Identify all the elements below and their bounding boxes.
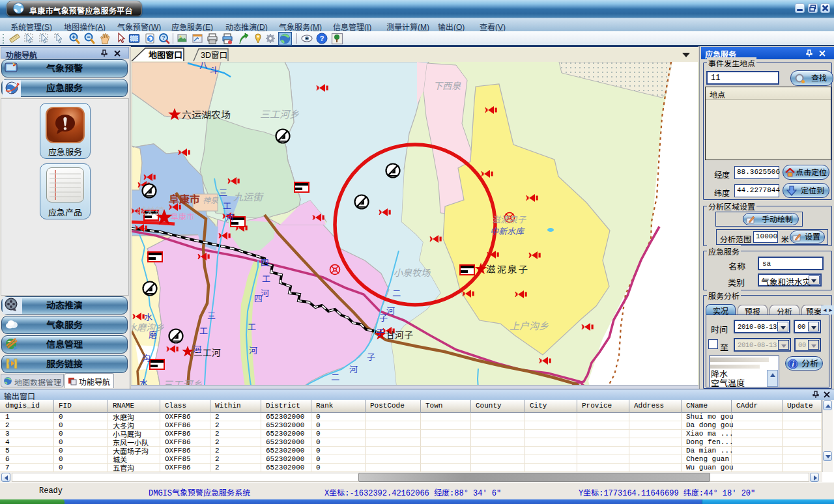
- svg-text:水: 水: [144, 313, 152, 322]
- svg-text:工: 工: [223, 201, 231, 211]
- svg-text:子: 子: [367, 352, 375, 362]
- svg-text:3D窗口: 3D窗口: [201, 51, 227, 60]
- svg-text:河: 河: [349, 365, 358, 374]
- svg-text:?: ?: [162, 35, 165, 41]
- svg-text:河: 河: [225, 213, 234, 223]
- svg-text:地图窗口: 地图窗口: [149, 50, 182, 60]
- svg-text:上户沟乡: 上户沟乡: [510, 320, 549, 331]
- svg-text:城关镇: 城关镇: [136, 206, 164, 216]
- svg-text:小泉牧场: 小泉牧场: [394, 268, 431, 278]
- svg-text:六运湖农场: 六运湖农场: [182, 109, 231, 120]
- svg-text:水磨沟乡: 水磨沟乡: [132, 322, 164, 333]
- svg-text:子: 子: [376, 328, 384, 337]
- svg-text:河: 河: [249, 346, 257, 356]
- svg-text:四: 四: [261, 258, 269, 268]
- svg-text:八: 八: [199, 62, 208, 70]
- svg-text:三: 三: [207, 311, 216, 321]
- svg-text:滋泥泉子: 滋泥泉子: [486, 264, 529, 275]
- svg-text:河: 河: [193, 344, 201, 354]
- svg-text:三: 三: [219, 188, 227, 198]
- svg-text:中新水库: 中新水库: [490, 227, 525, 236]
- svg-text:四: 四: [254, 294, 263, 303]
- svg-text:工: 工: [199, 326, 208, 336]
- svg-text:二: 二: [331, 372, 339, 382]
- svg-text:工: 工: [262, 274, 270, 284]
- svg-text:滋泥泉子: 滋泥泉子: [492, 215, 526, 225]
- svg-text:九运街: 九运街: [233, 191, 265, 203]
- svg-text:二: 二: [392, 288, 401, 298]
- svg-text:阜康市: 阜康市: [171, 212, 194, 221]
- svg-text:阜康市: 阜康市: [169, 193, 200, 205]
- svg-text:神泉: 神泉: [203, 196, 219, 205]
- svg-text:沟: 沟: [142, 354, 151, 363]
- svg-text:三工河乡: 三工河乡: [260, 109, 299, 120]
- svg-text:下西泉: 下西泉: [433, 81, 461, 91]
- svg-text:甘河子: 甘河子: [386, 330, 413, 341]
- svg-text:磨: 磨: [149, 330, 157, 340]
- svg-text:斗: 斗: [210, 66, 218, 76]
- svg-text:工: 工: [248, 322, 256, 332]
- svg-text:?: ?: [320, 35, 324, 42]
- svg-text:子: 子: [379, 313, 388, 323]
